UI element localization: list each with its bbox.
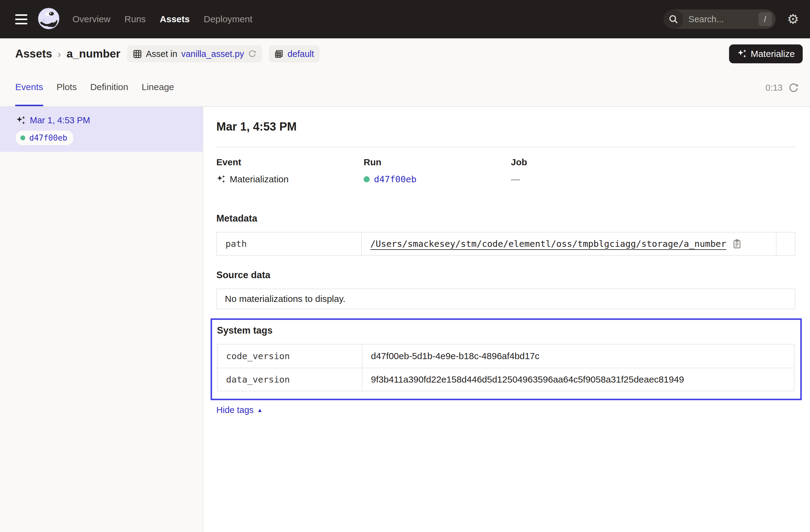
repo-icon <box>274 49 284 59</box>
run-id-link[interactable]: d47f00eb <box>374 174 417 184</box>
path-value-link[interactable]: /Users/smackesey/stm/code/elementl/oss/t… <box>370 239 726 249</box>
asset-definition-badge[interactable]: Asset in vanilla_asset.py <box>127 45 262 62</box>
refresh-icon <box>788 82 799 94</box>
top-nav: Overview Runs Assets Deployment Search..… <box>0 0 810 38</box>
event-list-item-selected[interactable]: Mar 1, 4:53 PM d47f00eb <box>0 107 202 152</box>
run-column-label: Run <box>363 157 511 167</box>
run-id-pill[interactable]: d47f00eb <box>16 131 73 145</box>
events-content: Mar 1, 4:53 PM d47f00eb Mar 1, 4:53 PM E… <box>0 107 810 532</box>
system-tags-heading: System tags <box>217 325 794 336</box>
event-summary-grid: Event Materialization Run d47f00eb <box>216 157 795 184</box>
tab-lineage[interactable]: Lineage <box>142 69 174 106</box>
collapse-caret-icon: ▲ <box>257 407 263 414</box>
materialization-sparkle-icon <box>737 49 747 59</box>
tab-definition[interactable]: Definition <box>90 69 128 106</box>
copy-clipboard-icon[interactable] <box>732 239 742 249</box>
nav-item-overview[interactable]: Overview <box>72 14 111 25</box>
event-column-label: Event <box>216 157 363 167</box>
code-location-badge[interactable]: default <box>269 45 320 62</box>
event-detail-title: Mar 1, 4:53 PM <box>216 120 795 133</box>
refresh-button[interactable] <box>788 82 799 94</box>
metadata-section: Metadata path /Users/smackesey/stm/code/… <box>216 213 795 256</box>
metadata-heading: Metadata <box>216 213 795 224</box>
job-empty-value: — <box>511 174 520 184</box>
asset-badge-prefix: Asset in <box>146 49 177 59</box>
divider <box>216 147 795 147</box>
job-column-label: Job <box>511 157 795 167</box>
hide-tags-link[interactable]: Hide tags ▲ <box>216 405 263 415</box>
nav-item-assets[interactable]: Assets <box>160 14 190 25</box>
breadcrumb-assets-link[interactable]: Assets <box>15 47 52 60</box>
refresh-countdown: 0:13 <box>765 83 783 93</box>
materialize-button-label: Materialize <box>751 49 795 59</box>
asset-header: Assets › a_number Asset in vanilla_asset… <box>0 38 810 69</box>
tab-plots[interactable]: Plots <box>56 69 77 106</box>
tab-events[interactable]: Events <box>15 69 43 106</box>
source-data-empty-state: No materializations to display. <box>216 289 795 309</box>
empty-message: No materializations to display. <box>225 294 345 304</box>
row-action-cell <box>776 232 795 255</box>
source-data-heading: Source data <box>216 270 795 280</box>
search-icon <box>664 10 683 29</box>
materialization-sparkle-icon <box>16 116 26 125</box>
tag-key: code_version <box>217 351 362 361</box>
asset-tabs: Events Plots Definition Lineage 0:13 <box>0 69 810 107</box>
search-shortcut-key: / <box>759 12 772 26</box>
event-timestamp-link[interactable]: Mar 1, 4:53 PM <box>30 115 90 125</box>
tag-key: data_version <box>217 374 362 385</box>
table-row: code_version d47f00eb-5d1b-4e9e-b18c-489… <box>217 344 794 368</box>
settings-gear-icon[interactable]: ⚙ <box>787 13 799 26</box>
materialization-sparkle-icon <box>216 175 226 184</box>
code-location-link[interactable]: default <box>288 49 314 59</box>
nav-item-deployment[interactable]: Deployment <box>204 14 252 25</box>
search-input[interactable]: Search... / <box>664 10 776 29</box>
asset-file-link[interactable]: vanilla_asset.py <box>181 49 244 59</box>
breadcrumb-separator: › <box>58 48 61 60</box>
system-tags-section: System tags code_version d47f00eb-5d1b-4… <box>211 318 802 400</box>
materialize-button[interactable]: Materialize <box>729 45 803 63</box>
run-status-dot <box>363 176 370 182</box>
menu-icon[interactable] <box>15 14 27 25</box>
event-type-label: Materialization <box>230 174 289 184</box>
hide-tags-label: Hide tags <box>216 405 254 415</box>
run-status-dot <box>20 135 25 140</box>
metadata-table: path /Users/smackesey/stm/code/elementl/… <box>216 232 795 256</box>
nav-item-runs[interactable]: Runs <box>125 14 146 25</box>
primary-nav: Overview Runs Assets Deployment <box>72 14 253 25</box>
breadcrumb-asset-name: a_number <box>67 47 120 60</box>
run-id-label: d47f00eb <box>29 133 67 142</box>
source-data-section: Source data No materializations to displ… <box>216 270 795 309</box>
tag-value: 9f3b411a390fd22e158d446d5d12504963596aa6… <box>371 374 684 385</box>
table-row: data_version 9f3b411a390fd22e158d446d5d1… <box>217 368 794 391</box>
system-tags-table: code_version d47f00eb-5d1b-4e9e-b18c-489… <box>217 344 794 391</box>
tag-value: d47f00eb-5d1b-4e9e-b18c-4896af4bd17c <box>371 351 539 361</box>
asset-group-icon <box>133 49 142 59</box>
event-detail-panel: Mar 1, 4:53 PM Event Materialization Run <box>203 107 810 532</box>
table-row: path /Users/smackesey/stm/code/elementl/… <box>217 232 795 255</box>
search-placeholder: Search... <box>688 14 759 25</box>
dagster-logo-icon[interactable] <box>37 7 60 31</box>
reload-icon[interactable] <box>248 50 257 58</box>
metadata-key: path <box>217 239 361 249</box>
event-list-sidebar: Mar 1, 4:53 PM d47f00eb <box>0 107 203 532</box>
